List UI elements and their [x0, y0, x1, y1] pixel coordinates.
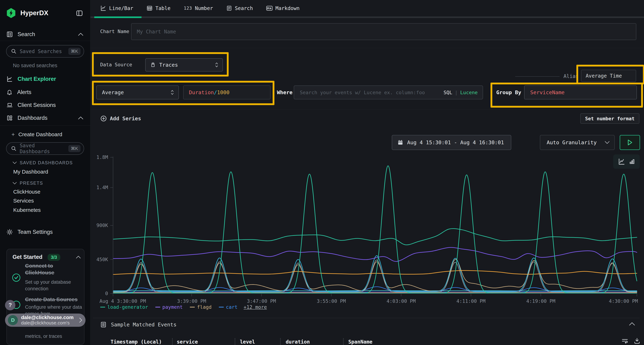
- search-icon: [11, 49, 16, 54]
- legend-item[interactable]: flagd: [190, 304, 212, 310]
- tab-line-bar[interactable]: Line/Bar: [100, 5, 133, 11]
- timeseries-chart: 1.8M1.4M900K450K0Aug 4 3:30:00 PM3:39:00…: [0, 0, 644, 345]
- chevron-down-icon: [12, 182, 17, 184]
- sidebar-item-chart-explorer[interactable]: Chart Explorer: [0, 74, 90, 84]
- tab-label: Markdown: [276, 5, 300, 11]
- bar-chart-toggle-icon[interactable]: [629, 158, 635, 165]
- events-panel-header[interactable]: Sample Matched Events: [100, 322, 176, 328]
- tab-label: Number: [195, 5, 213, 11]
- search-section-label: Search: [18, 31, 35, 37]
- dashboards-icon: [6, 115, 13, 121]
- col-header-duration[interactable]: duration: [286, 339, 310, 345]
- aggregation-value: Average: [102, 89, 170, 95]
- legend-label: payment: [162, 304, 183, 310]
- step-title[interactable]: Create Data Sources: [25, 296, 84, 303]
- alias-input[interactable]: Average Time: [581, 70, 636, 82]
- client-sessions-label: Client Sessions: [18, 102, 56, 108]
- tab-table[interactable]: Table: [146, 5, 170, 11]
- user-menu[interactable]: D dale@clickhouse.com dale@clickhouse.co…: [5, 314, 86, 327]
- column-separator[interactable]: [280, 338, 281, 345]
- col-header-timestamp[interactable]: Timestamp (Local): [110, 339, 162, 345]
- col-header-service[interactable]: service: [177, 339, 198, 345]
- sidebar-item-alerts[interactable]: Alerts: [0, 87, 90, 98]
- legend-item[interactable]: load-generator: [100, 304, 148, 310]
- saved-dashboards-input[interactable]: Saved Dashboards ⌘K: [6, 142, 84, 155]
- group-saved-dashboards[interactable]: SAVED DASHBOARDS: [12, 160, 73, 165]
- divider: [0, 125, 90, 126]
- sidebar-section-search[interactable]: Search: [0, 29, 90, 40]
- help-button[interactable]: ?: [5, 300, 16, 310]
- calendar-icon: [398, 140, 403, 145]
- sidebar-item-clickhouse[interactable]: ClickHouse: [13, 189, 40, 195]
- shortcut-badge: ⌘K: [68, 48, 80, 55]
- chart-name-label: Chart Name: [100, 28, 129, 34]
- svg-text:900K: 900K: [96, 223, 108, 228]
- create-dashboard-button[interactable]: + Create Dashboard: [0, 129, 90, 140]
- chevron-up-icon[interactable]: [78, 33, 83, 36]
- events-panel-title: Sample Matched Events: [111, 322, 176, 328]
- dashboards-label: Dashboards: [18, 115, 48, 121]
- collapse-panel-chevron-up-icon[interactable]: [629, 322, 635, 326]
- sql-mode-toggle[interactable]: SQL: [444, 90, 452, 95]
- column-separator[interactable]: [172, 338, 173, 345]
- group-by-label: Group By: [496, 89, 521, 95]
- legend-dash-icon: [190, 307, 195, 308]
- chevron-up-icon[interactable]: [76, 256, 81, 259]
- where-input[interactable]: Search your events w/ Lucene ex. column:…: [294, 85, 483, 99]
- sidebar-item-services[interactable]: Services: [13, 198, 34, 204]
- tab-markdown[interactable]: Markdown: [266, 5, 300, 11]
- sidebar-item-team-settings[interactable]: Team Settings: [0, 227, 90, 237]
- sidebar-item-dashboards[interactable]: Dashboards: [0, 113, 90, 123]
- chart-name-field[interactable]: [136, 28, 631, 35]
- add-series-button[interactable]: Add Series: [100, 115, 141, 122]
- sidebar-item-kubernetes[interactable]: Kubernetes: [13, 207, 40, 213]
- tab-number[interactable]: 123 Number: [184, 5, 213, 11]
- chevron-up-icon[interactable]: [78, 116, 83, 120]
- data-source-select[interactable]: Traces: [145, 58, 223, 71]
- col-header-spanname[interactable]: SpanName: [348, 339, 372, 345]
- download-icon[interactable]: [634, 338, 640, 344]
- column-separator[interactable]: [343, 338, 344, 345]
- sidebar-item-client-sessions[interactable]: Client Sessions: [0, 100, 90, 110]
- divider: [93, 318, 640, 318]
- bell-icon: [6, 89, 12, 95]
- legend-item[interactable]: cart: [219, 304, 238, 310]
- legend-label: load-generator: [107, 304, 148, 310]
- tab-search[interactable]: Search: [226, 5, 253, 11]
- time-range-value: Aug 4 15:30:01 - Aug 4 16:30:01: [407, 139, 504, 145]
- collapse-sidebar-icon[interactable]: [76, 10, 83, 17]
- traces-source-icon: [150, 62, 156, 68]
- step-title[interactable]: Connect to ClickHouse: [25, 262, 79, 276]
- run-query-button[interactable]: [620, 135, 640, 150]
- column-separator[interactable]: [235, 338, 235, 345]
- aggregation-select[interactable]: Average: [96, 85, 179, 99]
- selector-icon: [170, 90, 174, 95]
- where-placeholder: Search your events w/ Lucene ex. column:…: [300, 90, 441, 95]
- line-chart-toggle-icon[interactable]: [618, 158, 625, 165]
- group-label: PRESETS: [20, 181, 43, 186]
- alias-value: Average Time: [586, 73, 622, 79]
- step-desc-trailing: metrics, or traces: [25, 334, 62, 339]
- tabbar-active-indicator: [94, 16, 142, 18]
- granularity-select[interactable]: Auto Granularity: [540, 135, 615, 150]
- tab-label: Line/Bar: [109, 5, 133, 11]
- saved-searches-input[interactable]: Saved Searches ⌘K: [6, 45, 84, 57]
- divider: [90, 109, 644, 110]
- chart-name-input[interactable]: [131, 23, 636, 40]
- group-by-input[interactable]: ServiceName: [524, 85, 637, 99]
- sidebar-item-my-dashboard[interactable]: My Dashboard: [13, 169, 48, 175]
- field-expression-input[interactable]: Duration/1000: [183, 85, 270, 99]
- alerts-label: Alerts: [17, 89, 31, 95]
- lucene-mode-toggle[interactable]: Lucene: [460, 90, 478, 95]
- legend-item[interactable]: payment: [155, 304, 183, 310]
- group-presets[interactable]: PRESETS: [12, 181, 43, 186]
- legend-label: flagd: [197, 304, 212, 310]
- group-label: SAVED DASHBOARDS: [20, 160, 73, 165]
- wrap-lines-icon[interactable]: [622, 338, 628, 344]
- set-number-format-button[interactable]: Set number format: [580, 113, 639, 124]
- col-header-level[interactable]: level: [240, 339, 255, 345]
- svg-text:4:03:00 PM: 4:03:00 PM: [386, 298, 416, 304]
- time-range-picker[interactable]: Aug 4 15:30:01 - Aug 4 16:30:01: [392, 135, 511, 150]
- progress-badge: 3/3: [48, 254, 60, 261]
- legend-more-link[interactable]: +12 more: [244, 304, 267, 310]
